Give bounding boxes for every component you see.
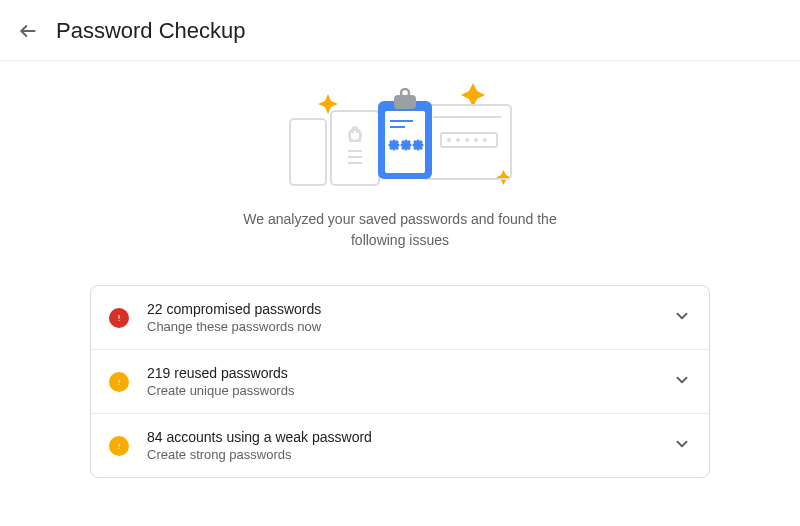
svg-point-7 <box>447 138 451 142</box>
row-title: 22 compromised passwords <box>147 301 661 317</box>
chevron-down-icon <box>673 435 691 457</box>
svg-rect-35 <box>119 448 120 449</box>
weak-passwords-row[interactable]: 84 accounts using a weak password Create… <box>91 413 709 477</box>
issues-panel: 22 compromised passwords Change these pa… <box>90 285 710 478</box>
warning-icon <box>109 372 129 392</box>
row-title: 84 accounts using a weak password <box>147 429 661 445</box>
row-subtitle: Change these passwords now <box>147 319 661 334</box>
svg-rect-33 <box>119 384 120 385</box>
row-subtitle: Create strong passwords <box>147 447 661 462</box>
reused-passwords-row[interactable]: 219 reused passwords Create unique passw… <box>91 349 709 413</box>
compromised-passwords-row[interactable]: 22 compromised passwords Change these pa… <box>91 286 709 349</box>
svg-rect-31 <box>119 320 120 321</box>
header: Password Checkup <box>0 0 800 61</box>
svg-point-9 <box>465 138 469 142</box>
content: We analyzed your saved passwords and fou… <box>0 61 800 478</box>
page-title: Password Checkup <box>56 18 246 44</box>
row-text: 219 reused passwords Create unique passw… <box>147 365 661 398</box>
svg-rect-32 <box>119 379 120 383</box>
svg-rect-30 <box>119 315 120 319</box>
svg-point-8 <box>456 138 460 142</box>
svg-rect-2 <box>331 111 379 185</box>
summary-line-1: We analyzed your saved passwords and fou… <box>243 211 556 227</box>
svg-rect-1 <box>290 119 326 185</box>
summary-text: We analyzed your saved passwords and fou… <box>230 209 570 251</box>
row-text: 22 compromised passwords Change these pa… <box>147 301 661 334</box>
summary-line-2: following issues <box>351 232 449 248</box>
chevron-down-icon <box>673 307 691 329</box>
row-title: 219 reused passwords <box>147 365 661 381</box>
illustration <box>0 83 800 193</box>
svg-point-11 <box>483 138 487 142</box>
svg-point-10 <box>474 138 478 142</box>
row-text: 84 accounts using a weak password Create… <box>147 429 661 462</box>
svg-point-15 <box>401 89 409 97</box>
alert-icon <box>109 308 129 328</box>
password-checkup-illustration-icon <box>255 83 545 193</box>
row-subtitle: Create unique passwords <box>147 383 661 398</box>
back-button[interactable] <box>16 19 40 43</box>
chevron-down-icon <box>673 371 691 393</box>
warning-icon <box>109 436 129 456</box>
arrow-left-icon <box>18 21 38 41</box>
svg-rect-34 <box>119 443 120 447</box>
